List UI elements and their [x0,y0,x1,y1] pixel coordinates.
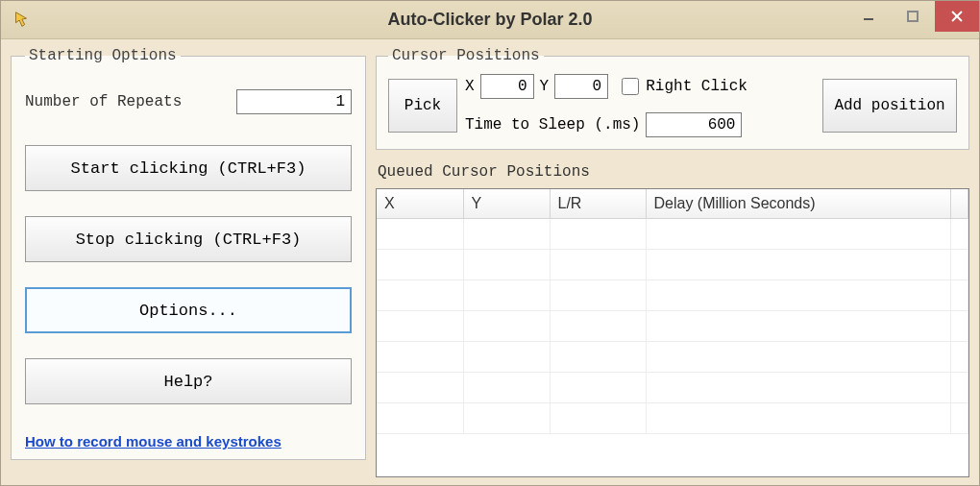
options-button[interactable]: Options... [25,287,352,333]
repeats-input[interactable] [236,89,352,114]
cursor-row: Pick X Y Right Click [388,74,957,137]
start-clicking-button[interactable]: Start clicking (CTRL+F3) [25,145,352,191]
table-row[interactable] [377,280,968,311]
right-click-wrap: Right Click [618,75,747,98]
cursor-inputs: X Y Right Click Time to Sleep (.ms) [465,74,815,137]
right-click-label: Right Click [646,78,747,95]
minimize-button[interactable] [846,1,891,32]
table-row[interactable] [377,250,968,280]
client-area: Starting Options Number of Repeats Start… [1,39,979,485]
table-header-row: X Y L/R Delay (Million Seconds) [377,189,968,219]
col-lr[interactable]: L/R [550,189,646,219]
y-input[interactable] [554,74,608,99]
pick-button[interactable]: Pick [388,79,457,133]
queued-table[interactable]: X Y L/R Delay (Million Seconds) [377,189,968,434]
titlebar[interactable]: Auto-Clicker by Polar 2.0 [1,1,979,39]
stop-clicking-button[interactable]: Stop clicking (CTRL+F3) [25,216,352,262]
starting-options-group: Starting Options Number of Repeats Start… [11,47,366,460]
table-row[interactable] [377,373,968,403]
close-button[interactable] [935,1,979,32]
window-controls [846,1,979,32]
repeats-label: Number of Repeats [25,93,182,110]
sleep-row: Time to Sleep (.ms) [465,112,815,137]
table-body [377,219,968,434]
cursor-positions-group: Cursor Positions Pick X Y Right Click [376,47,969,150]
app-window: Auto-Clicker by Polar 2.0 Starting Optio… [0,0,980,486]
sleep-label: Time to Sleep (.ms) [465,116,640,134]
starting-options-legend: Starting Options [25,47,181,64]
left-panel: Starting Options Number of Repeats Start… [11,47,366,477]
col-y[interactable]: Y [463,189,550,219]
xy-row: X Y Right Click [465,74,815,99]
right-click-checkbox[interactable] [622,78,639,95]
queued-label: Queued Cursor Positions [378,163,969,181]
record-mouse-link[interactable]: How to record mouse and keystrokes [25,433,352,450]
col-spacer [951,189,968,219]
table-row[interactable] [377,403,968,434]
col-x[interactable]: X [377,189,463,219]
table-row[interactable] [377,219,968,250]
right-panel: Cursor Positions Pick X Y Right Click [376,47,969,477]
x-label: X [465,78,475,95]
maximize-button[interactable] [891,1,935,32]
table-row[interactable] [377,311,968,342]
queued-table-wrap: X Y L/R Delay (Million Seconds) [376,188,969,477]
sleep-input[interactable] [646,112,742,137]
cursor-positions-legend: Cursor Positions [388,47,544,64]
app-icon [11,10,32,31]
window-title: Auto-Clicker by Polar 2.0 [387,10,592,30]
x-input[interactable] [480,74,534,99]
y-label: Y [540,78,550,95]
col-delay[interactable]: Delay (Million Seconds) [646,189,951,219]
help-button[interactable]: Help? [25,358,352,404]
add-position-button[interactable]: Add position [822,79,957,133]
svg-rect-1 [908,12,918,21]
repeats-row: Number of Repeats [25,89,352,114]
table-row[interactable] [377,342,968,373]
